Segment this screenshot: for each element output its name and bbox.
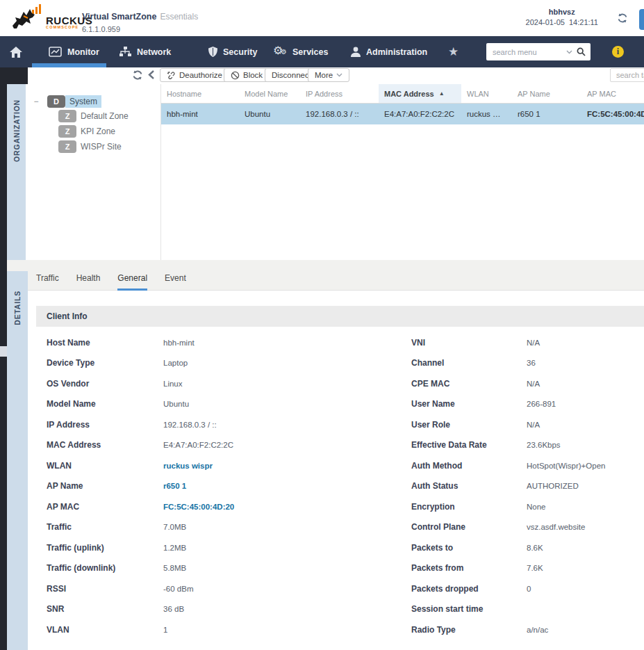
field-label: Effective Data Rate [411,440,527,450]
tab-health[interactable]: Health [76,273,101,291]
field-label: Device Type [47,358,163,368]
cell-model-name: Ubuntu [239,110,300,118]
organization-rail[interactable]: ORGANIZATION [7,84,26,260]
more-button[interactable]: More [308,68,349,82]
table-search-input[interactable] [610,68,644,82]
sort-ascending-icon: ▲ [439,90,445,97]
search-icon[interactable] [577,47,586,56]
chevron-down-icon[interactable] [566,50,572,54]
column-header-ip-address[interactable]: IP Address [300,90,379,98]
rail-resize-handle[interactable] [0,346,7,357]
details-tabs: Traffic Health General Event [36,273,204,291]
deauthorize-button[interactable]: Deauthorize [160,68,229,82]
field-value-link[interactable]: r650 1 [163,482,411,490]
table-row[interactable]: hbh-mint Ubuntu 192.168.0.3 / :: E4:A7:A… [161,104,644,124]
column-header-hostname[interactable]: Hostname [161,90,239,98]
nav-security-label: Security [223,47,257,57]
refresh-icon[interactable] [132,70,143,81]
block-button[interactable]: Block [224,68,270,82]
column-header-model-name[interactable]: Model Name [239,90,300,98]
nav-network-label: Network [137,47,171,57]
cell-wlan: ruckus wispr [461,110,512,118]
clients-table: Hostname Model Name IP Address MAC Addre… [161,84,644,260]
field-label: Model Name [47,399,163,409]
tab-event[interactable]: Event [165,273,186,291]
more-label: More [315,71,333,79]
field-value: 1 [163,626,411,634]
field-label: VNI [411,338,527,348]
field-value: vsz.asdf.website [527,523,644,531]
field-value: Ubuntu [163,400,411,408]
zone-badge: Z [58,125,76,138]
nav-monitor-label: Monitor [67,47,99,57]
cell-ap-mac-link[interactable]: FC:5C:45:00:4D:20 [581,110,644,118]
nav-home[interactable] [10,36,22,67]
tab-traffic[interactable]: Traffic [36,273,59,291]
tree-node-system[interactable]: − D System [32,95,101,108]
field-label: Traffic (downlink) [47,563,163,573]
nav-services[interactable]: ⚙ ⚙ Services [273,36,328,67]
disconnect-label: Disconnect [272,71,311,79]
network-icon [119,47,131,57]
field-value-link[interactable]: FC:5C:45:00:4D:20 [163,503,411,511]
field-value: Laptop [163,359,411,367]
column-header-ap-mac[interactable]: AP MAC [581,90,644,98]
collapse-minus-icon[interactable]: − [32,97,40,106]
menu-search-box [486,43,591,60]
field-value: 36 dB [163,605,411,613]
field-value: Linux [163,380,411,388]
field-value: 36 [527,359,644,367]
tree-node-label: System [65,95,101,108]
domain-badge: D [47,95,65,108]
column-header-label: MAC Address [384,90,434,98]
tree-node-wispr-site[interactable]: Z WISPr Site [58,140,126,153]
cell-mac-address: E4:A7:A0:F2:C2:2C [379,110,461,118]
field-value: E4:A7:A0:F2:C2:2C [163,441,411,449]
field-value: None [527,503,644,511]
tab-general[interactable]: General [117,273,147,291]
field-label: WLAN [47,461,163,471]
menu-search-input[interactable] [486,48,566,56]
details-rail-label: DETAILS [13,291,22,325]
main-navbar: Monitor Network Security ⚙ ⚙ Services Ad… [0,36,644,67]
nav-administration[interactable]: Administration [351,36,427,67]
field-label: RSSI [47,584,163,594]
tree-node-label: KPI Zone [76,125,119,138]
tree-node-kpi-zone[interactable]: Z KPI Zone [58,125,119,138]
column-header-ap-name[interactable]: AP Name [512,90,581,98]
details-rail[interactable]: DETAILS [7,271,28,650]
field-value: HotSpot(Wispr)+Open [527,462,644,470]
ruckus-dog-logo [11,4,43,29]
block-label: Block [243,71,263,79]
field-label: Auth Method [411,461,527,471]
app-header: RUCKUS COMMSCOPE Virtual SmartZoneEssent… [0,0,644,36]
cell-ip-address: 192.168.0.3 / :: [300,110,379,118]
header-edge-button[interactable] [639,9,644,30]
field-label: Packets to [411,543,527,553]
product-version: 6.1.1.0.959 [82,25,198,33]
field-value-link[interactable]: ruckus wispr [163,462,411,470]
client-info-title: Client Info [47,311,88,321]
field-value: a/n/ac [527,626,644,634]
field-label: Channel [411,358,527,368]
client-info-header: Client Info [36,306,644,327]
collapse-panel-icon[interactable] [148,70,154,79]
nav-network[interactable]: Network [119,36,171,67]
header-refresh-icon[interactable] [617,13,628,26]
field-label: User Role [411,420,527,430]
system-timestamp: 2024-01-05 14:21:11 [526,18,598,26]
field-value: -60 dBm [163,585,411,593]
tree-node-default-zone[interactable]: Z Default Zone [58,110,133,122]
zone-tree: − D System Z Default Zone Z KPI Zone Z W… [26,84,161,260]
block-icon [231,71,240,80]
info-icon[interactable]: i [612,46,624,58]
column-header-wlan[interactable]: WLAN [461,90,512,98]
field-value: 23.6Kbps [527,441,644,449]
shield-icon [208,47,217,57]
column-header-mac-address[interactable]: MAC Address ▲ [379,84,461,103]
nav-security[interactable]: Security [208,36,257,67]
field-value: N/A [527,380,644,388]
favorites-star-icon[interactable]: ★ [448,36,459,67]
account-name: hbhvsz [526,8,598,16]
field-value: N/A [527,421,644,429]
